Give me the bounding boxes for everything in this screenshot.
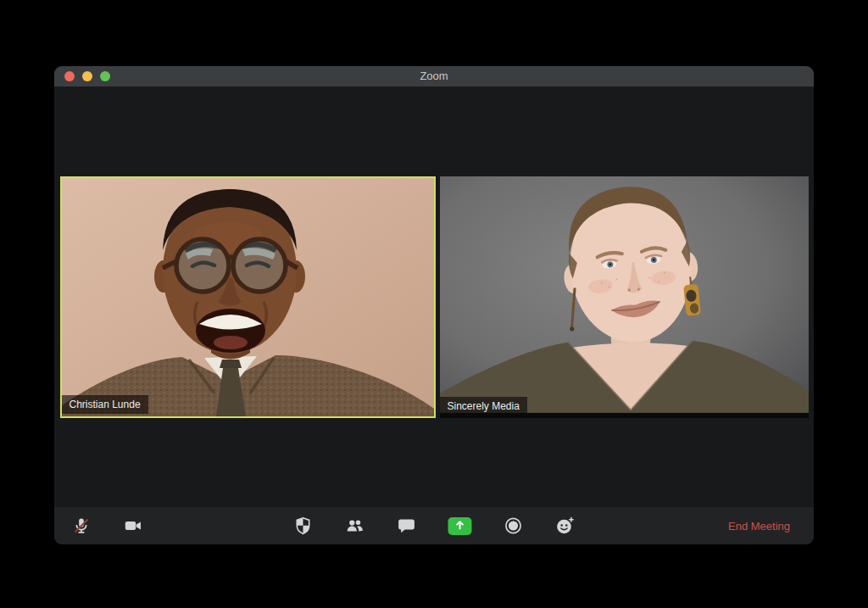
titlebar[interactable]: Zoom (54, 66, 814, 86)
share-screen-icon (454, 519, 466, 533)
share-screen-button[interactable] (448, 517, 472, 535)
video-grid: Christian Lunde (54, 86, 814, 507)
participants-button[interactable] (345, 516, 365, 536)
toolbar-left-group (54, 516, 143, 536)
mute-button[interactable] (71, 516, 92, 536)
chat-bubble-icon (397, 516, 417, 536)
security-shield-icon (293, 516, 314, 536)
start-video-button[interactable] (123, 516, 143, 536)
end-meeting-button[interactable]: End Meeting (723, 519, 795, 533)
microphone-muted-icon (71, 516, 92, 536)
window-title: Zoom (54, 66, 814, 86)
name-label: Sincerely Media (440, 397, 527, 416)
zoom-window: Zoom (54, 66, 814, 544)
sincerely-media-portrait (440, 176, 809, 418)
chat-button[interactable] (397, 516, 417, 536)
toolbar-center-group (293, 516, 576, 536)
record-button[interactable] (504, 516, 524, 536)
christian-lunde-portrait (62, 178, 434, 416)
name-label: Christian Lunde (62, 395, 148, 414)
video-tile-sincerely-media[interactable]: Sincerely Media (440, 176, 809, 418)
participants-icon (345, 516, 365, 536)
record-icon (504, 516, 524, 536)
video-camera-icon (123, 516, 143, 536)
toolbar-right-group: End Meeting (723, 518, 814, 533)
video-tile-christian-lunde[interactable]: Christian Lunde (60, 176, 436, 418)
reactions-button[interactable] (555, 516, 576, 536)
reactions-smiley-icon (555, 516, 576, 536)
security-button[interactable] (293, 516, 314, 536)
meeting-toolbar: End Meeting (54, 507, 814, 544)
